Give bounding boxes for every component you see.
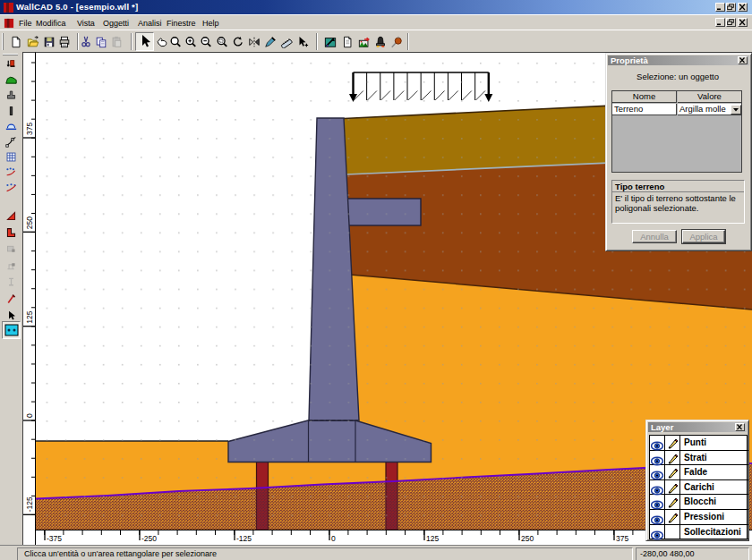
svg-text:250: 250 xyxy=(25,216,34,229)
svg-text:-125: -125 xyxy=(25,496,34,512)
svg-text:375: 375 xyxy=(25,123,34,135)
svg-text:0: 0 xyxy=(25,413,34,418)
svg-text:125: 125 xyxy=(25,310,34,323)
